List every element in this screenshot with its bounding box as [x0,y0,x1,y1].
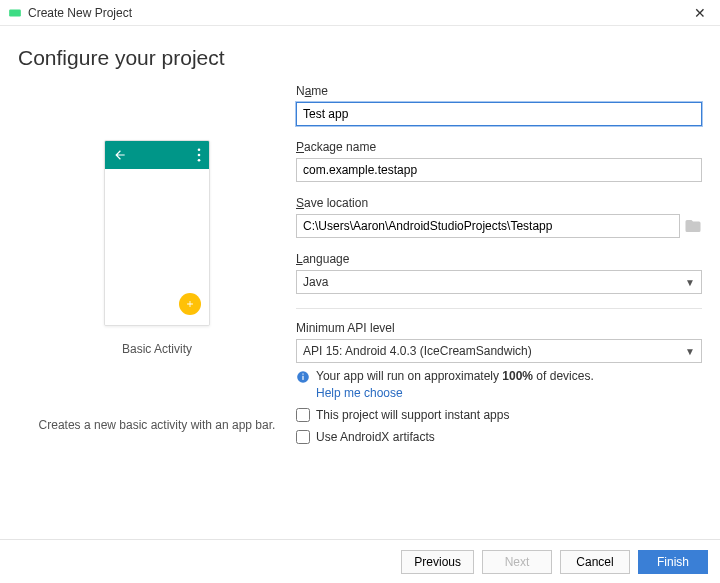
instant-apps-label: This project will support instant apps [316,408,509,422]
androidx-label: Use AndroidX artifacts [316,430,435,444]
preview-label: Basic Activity [122,342,192,356]
close-icon[interactable]: ✕ [688,3,712,23]
api-info-text: Your app will run on approximately 100% … [316,369,594,383]
language-select[interactable]: Java ▼ [296,270,702,294]
phone-appbar [105,141,209,169]
info-icon [296,370,310,384]
svg-point-3 [198,159,201,162]
help-me-choose-link[interactable]: Help me choose [316,386,403,400]
svg-point-2 [198,154,201,157]
language-label: Language [296,252,702,266]
name-label: Name [296,84,702,98]
svg-rect-0 [9,9,21,16]
preview-pane: Basic Activity Creates a new basic activ… [18,80,296,444]
phone-preview [104,140,210,326]
svg-point-1 [198,148,201,151]
back-arrow-icon [113,148,127,162]
preview-description: Creates a new basic activity with an app… [31,418,284,432]
title-bar: Create New Project ✕ [0,0,720,26]
overflow-menu-icon [197,148,201,162]
previous-button[interactable]: Previous [401,550,474,574]
chevron-down-icon: ▼ [685,346,695,357]
next-button[interactable]: Next [482,550,552,574]
fab-icon [179,293,201,315]
chevron-down-icon: ▼ [685,277,695,288]
finish-button[interactable]: Finish [638,550,708,574]
page-header: Configure your project [0,26,720,80]
name-input[interactable] [296,102,702,126]
api-level-select[interactable]: API 15: Android 4.0.3 (IceCreamSandwich)… [296,339,702,363]
page-title: Configure your project [18,46,702,70]
svg-rect-5 [302,376,303,380]
android-studio-icon [8,6,22,20]
package-label: Package name [296,140,702,154]
instant-apps-checkbox[interactable] [296,408,310,422]
phone-body [105,169,209,325]
api-level-value: API 15: Android 4.0.3 (IceCreamSandwich) [303,344,532,358]
window-title: Create New Project [28,6,688,20]
cancel-button[interactable]: Cancel [560,550,630,574]
language-value: Java [303,275,328,289]
footer-buttons: Previous Next Cancel Finish [0,539,720,583]
svg-rect-6 [302,374,303,375]
api-section-label: Minimum API level [296,321,702,335]
form-pane: Name Package name Save location Language… [296,80,702,444]
package-input[interactable] [296,158,702,182]
save-location-input[interactable] [296,214,680,238]
browse-folder-icon[interactable] [684,217,702,235]
save-location-label: Save location [296,196,702,210]
divider [296,308,702,309]
androidx-checkbox[interactable] [296,430,310,444]
